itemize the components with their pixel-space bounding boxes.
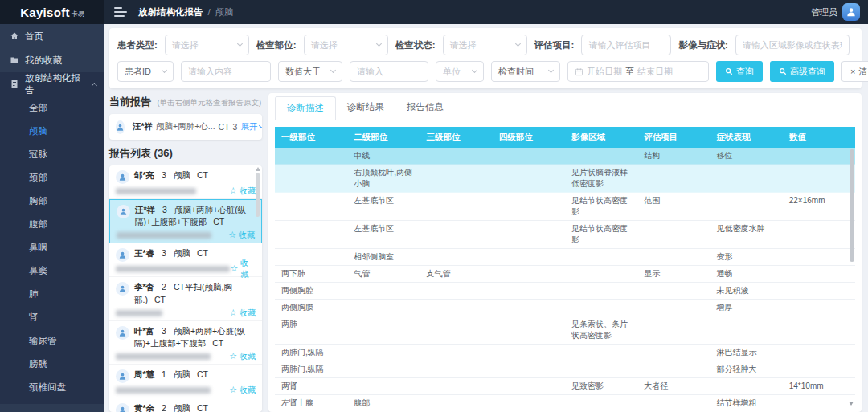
report-list-item[interactable]: 黄*余2颅脑CT ☆ 收藏: [109, 398, 262, 412]
table-cell[interactable]: 通畅: [710, 266, 783, 282]
table-cell[interactable]: [420, 316, 493, 344]
favorite-button[interactable]: ☆ 收藏: [229, 185, 256, 198]
table-cell[interactable]: 见片状脑脊液样低密度影: [565, 165, 637, 192]
table-row[interactable]: 两肺门,纵隔淋巴结显示: [275, 345, 855, 361]
table-cell[interactable]: 未见积液: [710, 283, 783, 299]
table-cell[interactable]: [347, 378, 420, 394]
table-cell[interactable]: [783, 300, 855, 316]
favorite-button[interactable]: ☆ 收藏: [229, 350, 256, 363]
table-cell[interactable]: 见低密度水肿: [710, 221, 783, 248]
table-cell[interactable]: 两肺门,纵隔: [275, 361, 347, 377]
report-list-item[interactable]: 邹*亮3颅脑CT ☆ 收藏: [109, 165, 262, 199]
patient-type-select[interactable]: 请选择: [165, 35, 249, 55]
table-cell[interactable]: [565, 266, 637, 282]
user-menu[interactable]: 管理员: [811, 3, 860, 21]
current-report-card[interactable]: 汪*祥 颅脑+两肺+心... CT 3 展开: [109, 114, 262, 140]
sidebar-subitem[interactable]: 胸部: [0, 190, 104, 213]
table-cell[interactable]: [493, 266, 565, 282]
table-cell[interactable]: 两肾: [275, 378, 347, 394]
table-cell[interactable]: [420, 300, 493, 316]
table-cell[interactable]: 结节样增粗: [710, 395, 783, 407]
table-row[interactable]: 两侧胸膜增厚: [275, 300, 855, 316]
favorite-button[interactable]: ☆ 收藏: [229, 307, 256, 320]
table-cell[interactable]: 见致密影: [565, 378, 637, 394]
table-cell[interactable]: [493, 300, 565, 316]
table-cell[interactable]: [565, 300, 637, 316]
table-row[interactable]: 两肺见条索状、条片状高密度影: [275, 316, 855, 345]
unit-select[interactable]: 单位: [436, 61, 484, 82]
sidebar-item-structured-reports[interactable]: 放射结构化报告: [0, 72, 104, 96]
table-cell[interactable]: [710, 193, 783, 220]
table-cell[interactable]: [783, 266, 855, 282]
table-row[interactable]: 两下肺气管支气管显示通畅: [275, 266, 855, 283]
table-cell[interactable]: [493, 148, 565, 164]
table-cell[interactable]: [275, 165, 347, 192]
table-cell[interactable]: [783, 249, 855, 265]
table-cell[interactable]: [565, 249, 637, 265]
table-cell[interactable]: [783, 148, 855, 164]
table-cell[interactable]: 范围: [637, 193, 710, 220]
table-cell[interactable]: 左基底节区: [347, 193, 420, 220]
sidebar-subitem[interactable]: 鼻咽: [0, 236, 104, 259]
list-scrollbar[interactable]: [255, 167, 260, 410]
table-cell[interactable]: [420, 345, 493, 361]
table-row[interactable]: 两侧胸腔未见积液: [275, 283, 855, 300]
table-cell[interactable]: [347, 361, 420, 377]
table-cell[interactable]: 腺部: [347, 395, 420, 407]
exam-status-select[interactable]: 请选择: [443, 35, 527, 55]
table-cell[interactable]: 右顶颞枕叶,两侧小脑: [347, 165, 420, 192]
table-cell[interactable]: 两下肺: [275, 266, 347, 282]
favorite-button[interactable]: ☆ 收藏: [229, 384, 256, 397]
menu-collapse-icon[interactable]: [114, 7, 127, 17]
table-cell[interactable]: [637, 283, 710, 299]
table-cell[interactable]: [493, 316, 565, 344]
table-cell[interactable]: 支气管: [420, 266, 493, 282]
table-cell[interactable]: 两肺: [275, 316, 347, 344]
exam-part-select[interactable]: 请选择: [304, 35, 388, 55]
table-cell[interactable]: [637, 249, 710, 265]
table-cell[interactable]: 见条索状、条片状高密度影: [565, 316, 637, 344]
table-cell[interactable]: [783, 165, 855, 192]
table-cell[interactable]: [420, 283, 493, 299]
sidebar-subitem[interactable]: 肺: [0, 283, 104, 306]
value-compare-select[interactable]: 数值大于: [278, 61, 342, 82]
time-field-select[interactable]: 检查时间: [491, 61, 560, 82]
table-cell[interactable]: 左基底节区: [347, 221, 420, 248]
table-cell[interactable]: [493, 283, 565, 299]
table-cell[interactable]: 增厚: [710, 300, 783, 316]
table-cell[interactable]: 两侧胸膜: [275, 300, 347, 316]
value-input[interactable]: [357, 67, 421, 76]
table-cell[interactable]: [637, 395, 710, 407]
table-cell[interactable]: [783, 345, 855, 361]
patient-id-input[interactable]: [188, 67, 264, 76]
detail-tab[interactable]: 报告信息: [395, 96, 455, 120]
table-cell[interactable]: [637, 300, 710, 316]
table-cell[interactable]: 显示: [637, 266, 710, 282]
table-row[interactable]: 左肾上腺腺部结节样增粗: [275, 395, 855, 407]
table-cell[interactable]: [565, 345, 637, 361]
table-cell[interactable]: [493, 361, 565, 377]
table-cell[interactable]: [637, 165, 710, 192]
table-cell[interactable]: 移位: [710, 148, 783, 164]
table-cell[interactable]: [637, 345, 710, 361]
table-cell[interactable]: 14*10mm: [783, 378, 855, 394]
table-row[interactable]: 左基底节区见结节状高密度影见低密度水肿: [275, 221, 855, 249]
expand-button[interactable]: 展开: [240, 121, 262, 133]
table-row[interactable]: 两肺门,纵隔部分轻肿大: [275, 361, 855, 378]
table-row[interactable]: 两肾见致密影大者径14*10mm: [275, 378, 855, 395]
table-row[interactable]: 右顶颞枕叶,两侧小脑见片状脑脊液样低密度影: [275, 165, 855, 193]
table-cell[interactable]: [710, 378, 783, 394]
table-cell[interactable]: [493, 221, 565, 248]
report-list-item[interactable]: 周*慧1颅脑CT ☆ 收藏: [109, 365, 262, 398]
table-cell[interactable]: [783, 316, 855, 344]
table-cell[interactable]: [275, 148, 347, 164]
table-cell[interactable]: [637, 221, 710, 248]
report-list-item[interactable]: 叶*富3颅脑+两肺+心脏(纵隔)+上腹部+下腹部CT ☆ 收藏: [109, 321, 262, 365]
table-cell[interactable]: [420, 221, 493, 248]
table-cell[interactable]: 中线: [347, 148, 420, 164]
table-cell[interactable]: [565, 283, 637, 299]
table-cell[interactable]: [420, 165, 493, 192]
sidebar-subitem[interactable]: 全部: [0, 96, 104, 120]
table-cell[interactable]: [783, 283, 855, 299]
report-list-item[interactable]: 李*杳2CT平扫(颅脑,胸部.)CT ☆ 收藏: [109, 277, 262, 320]
